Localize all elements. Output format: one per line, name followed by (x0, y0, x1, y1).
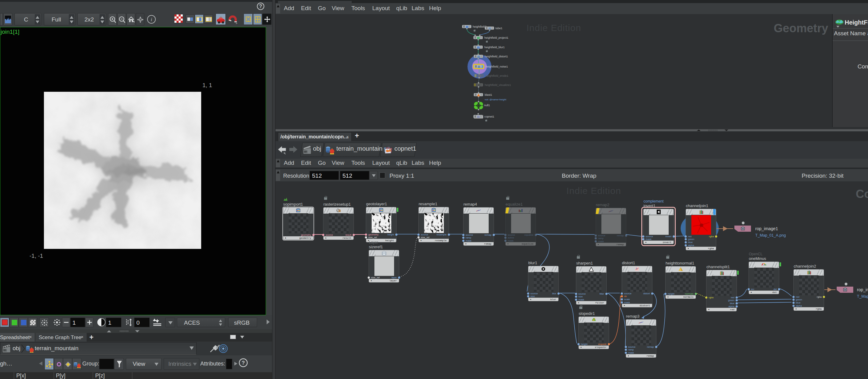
svg-text:?: ? (242, 360, 245, 366)
svg-text:?: ? (259, 4, 262, 9)
svg-text:i: i (151, 16, 152, 23)
